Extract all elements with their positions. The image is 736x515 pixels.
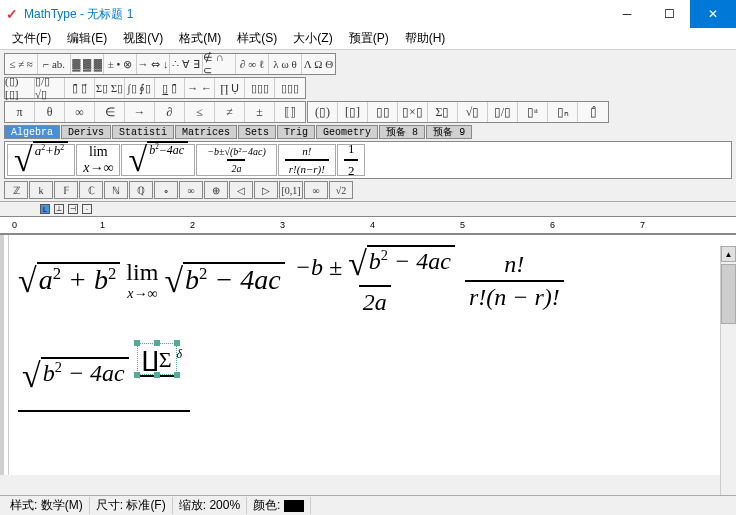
close-button[interactable]: ✕ xyxy=(690,0,736,28)
tmpl-frac[interactable]: ▯/▯ xyxy=(488,102,518,122)
palette-arrows[interactable]: → ⇔ ↓ xyxy=(137,54,170,74)
tmpl-paren[interactable]: (▯) xyxy=(308,102,338,122)
b-left[interactable]: ◁ xyxy=(229,181,253,199)
ruler[interactable]: 0 1 2 3 4 5 6 7 xyxy=(0,216,736,234)
b-Z[interactable]: ℤ xyxy=(4,181,28,199)
tab-geometry[interactable]: Geometry xyxy=(316,125,378,139)
sym-partial[interactable]: ∂ xyxy=(155,102,185,122)
menu-view[interactable]: 视图(V) xyxy=(115,28,171,49)
b-Q[interactable]: ℚ xyxy=(129,181,153,199)
tmpl-times[interactable]: ▯×▯ xyxy=(398,102,428,122)
tmpl-fences[interactable]: (▯) [▯] xyxy=(5,78,35,98)
sym-arrow[interactable]: → xyxy=(125,102,155,122)
palette-greek-lower[interactable]: λ ω θ xyxy=(269,54,302,74)
window-title: MathType - 无标题 1 xyxy=(24,6,606,23)
menu-style[interactable]: 样式(S) xyxy=(229,28,285,49)
palette-logic[interactable]: ∴ ∀ ∃ xyxy=(170,54,203,74)
b-C[interactable]: ℂ xyxy=(79,181,103,199)
tab-reserve9[interactable]: 预备 9 xyxy=(426,125,472,139)
tmpl-bars[interactable]: ▯̄ ▯⃗ xyxy=(65,78,95,98)
tmpl-sums[interactable]: Σ▯ Σ▯ xyxy=(95,78,125,98)
palette-operators[interactable]: ± • ⊗ xyxy=(104,54,137,74)
tmpl-lim[interactable]: limx→∞ xyxy=(76,144,120,176)
tmpl-bracket[interactable]: [▯] xyxy=(338,102,368,122)
tab-matrices[interactable]: Matrices xyxy=(175,125,237,139)
tabstop-right-icon[interactable]: ⊣ xyxy=(68,204,78,214)
tmpl-labeled-arrows[interactable]: → ← xyxy=(185,78,215,98)
palette-greek-upper[interactable]: Λ Ω Θ xyxy=(302,54,335,74)
tmpl-quadratic[interactable]: −b±√(b²−4ac)2a xyxy=(196,144,277,176)
tmpl-sqrt-discr[interactable]: √b2−4ac xyxy=(121,144,195,176)
tab-sets[interactable]: Sets xyxy=(238,125,276,139)
scroll-up-icon[interactable]: ▲ xyxy=(721,246,736,262)
equation-canvas[interactable]: √a2 + b2 limx→∞ √b2 − 4ac −b ± √b2 − 4ac… xyxy=(0,235,736,475)
palette-relations[interactable]: ≤ ≠ ≈ xyxy=(5,54,38,74)
selection-box[interactable]: ∐Σ xyxy=(137,343,177,375)
sym-brackets[interactable]: ⟦⟧ xyxy=(275,102,305,122)
status-zoom-value[interactable]: 200% xyxy=(209,498,240,512)
status-style-value[interactable]: 数学(M) xyxy=(41,498,83,512)
tabstop-decimal-icon[interactable]: · xyxy=(82,204,92,214)
tmpl-slots[interactable]: ▯▯ xyxy=(368,102,398,122)
app-icon: ✓ xyxy=(6,6,18,22)
tab-derivs[interactable]: Derivs xyxy=(61,125,111,139)
tmpl-hat[interactable]: ▯̂ xyxy=(578,102,608,122)
b-oplus[interactable]: ⊕ xyxy=(204,181,228,199)
b-infty[interactable]: ∞ xyxy=(179,181,203,199)
tmpl-frac-radical[interactable]: ▯/▯ √▯ xyxy=(35,78,65,98)
sym-ne[interactable]: ≠ xyxy=(215,102,245,122)
b-interval[interactable]: [0,1] xyxy=(279,181,303,199)
minimize-button[interactable]: ─ xyxy=(606,0,648,28)
b-F[interactable]: 𝔽 xyxy=(54,181,78,199)
menu-edit[interactable]: 编辑(E) xyxy=(59,28,115,49)
b-infty2[interactable]: ∞ xyxy=(304,181,328,199)
toolbar-area: ≤ ≠ ≈ ⌐ ab. ▓ ▓ ▓ ± • ⊗ → ⇔ ↓ ∴ ∀ ∃ ∉ ∩ … xyxy=(0,50,736,202)
status-size-value[interactable]: 标准(F) xyxy=(126,498,165,512)
menu-file[interactable]: 文件(F) xyxy=(4,28,59,49)
tmpl-integrals[interactable]: ∫▯ ∮▯ xyxy=(125,78,155,98)
sym-infty[interactable]: ∞ xyxy=(65,102,95,122)
palette-misc[interactable]: ∂ ∞ ℓ xyxy=(236,54,269,74)
b-right[interactable]: ▷ xyxy=(254,181,278,199)
b-comp[interactable]: ∘ xyxy=(154,181,178,199)
vertical-scrollbar[interactable]: ▲ xyxy=(720,246,736,495)
tab-trig[interactable]: Trig xyxy=(277,125,315,139)
tab-statisti[interactable]: Statisti xyxy=(112,125,174,139)
tmpl-binom[interactable]: n!r!(n−r)! xyxy=(278,144,336,176)
status-bar: 样式: 数学(M) 尺寸: 标准(F) 缩放: 200% 颜色: xyxy=(0,495,736,515)
tmpl-matrices[interactable]: ▯▯▯ xyxy=(245,78,275,98)
menu-help[interactable]: 帮助(H) xyxy=(397,28,454,49)
tab-reserve8[interactable]: 预备 8 xyxy=(379,125,425,139)
palette-set[interactable]: ∉ ∩ ⊂ xyxy=(203,54,236,74)
sym-in[interactable]: ∈ xyxy=(95,102,125,122)
maximize-button[interactable]: ☐ xyxy=(648,0,690,28)
template-tray: √a2+b2 limx→∞ √b2−4ac −b±√(b²−4ac)2a n!r… xyxy=(4,141,732,179)
status-zoom-label: 缩放: xyxy=(179,498,206,512)
menu-size[interactable]: 大小(Z) xyxy=(285,28,340,49)
tmpl-products[interactable]: ∏ Ụ xyxy=(215,78,245,98)
palette-embellish[interactable]: ▓ ▓ ▓ xyxy=(71,54,104,74)
tmpl-sum[interactable]: Σ▯ xyxy=(428,102,458,122)
tabstop-left-icon[interactable]: L xyxy=(40,204,50,214)
b-sqrt2[interactable]: √2 xyxy=(329,181,353,199)
tmpl-underover[interactable]: ▯̲ ▯̄ xyxy=(155,78,185,98)
tab-algebra[interactable]: Algebra xyxy=(4,125,60,139)
sym-pi[interactable]: π xyxy=(5,102,35,122)
palette-spaces[interactable]: ⌐ ab. xyxy=(38,54,71,74)
tmpl-boxes[interactable]: ▯▯▯ xyxy=(275,78,305,98)
tmpl-half[interactable]: 12 xyxy=(337,144,366,176)
scroll-thumb[interactable] xyxy=(721,264,736,324)
color-swatch[interactable] xyxy=(284,500,304,512)
b-k[interactable]: k xyxy=(29,181,53,199)
tmpl-sub[interactable]: ▯ₙ xyxy=(548,102,578,122)
tmpl-sup[interactable]: ▯ⁿ xyxy=(518,102,548,122)
tmpl-sqrt[interactable]: √▯ xyxy=(458,102,488,122)
b-N[interactable]: ℕ xyxy=(104,181,128,199)
tabstop-center-icon[interactable]: ⊥ xyxy=(54,204,64,214)
menu-preferences[interactable]: 预置(P) xyxy=(341,28,397,49)
menu-format[interactable]: 格式(M) xyxy=(171,28,229,49)
tmpl-sqrt-a2b2[interactable]: √a2+b2 xyxy=(7,144,75,176)
sym-pm[interactable]: ± xyxy=(245,102,275,122)
sym-theta[interactable]: θ xyxy=(35,102,65,122)
sym-le[interactable]: ≤ xyxy=(185,102,215,122)
